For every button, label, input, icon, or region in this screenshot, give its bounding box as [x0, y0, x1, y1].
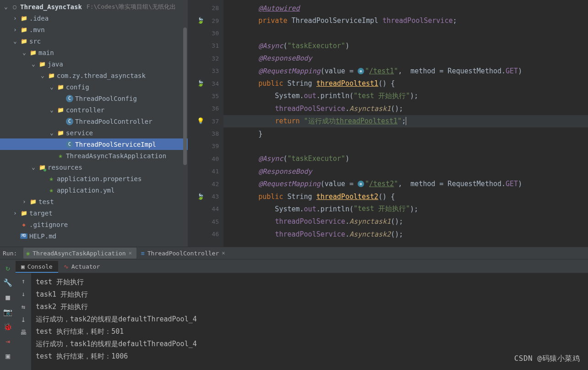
tree-item[interactable]: ❀application.yml	[0, 184, 188, 196]
down-button[interactable]: ↓	[19, 290, 27, 298]
chevron-down-icon[interactable]: ⌄	[12, 38, 18, 44]
gutter-row[interactable]: 🍃43	[188, 190, 223, 203]
tree-item[interactable]: ›📁.idea	[0, 12, 188, 24]
chevron-down-icon[interactable]: ⌄	[49, 83, 55, 90]
gutter-row[interactable]: 35	[188, 90, 223, 102]
chevron-down-icon[interactable]: ⌄	[49, 129, 55, 136]
gutter-row[interactable]: 42	[188, 177, 223, 190]
chevron-down-icon[interactable]: ⌄	[30, 61, 37, 67]
tree-item[interactable]: MDHELP.md	[0, 230, 188, 242]
chevron-right-icon[interactable]: ›	[12, 26, 18, 33]
run-gutter-icon[interactable]: 🍃	[197, 80, 204, 87]
tree-item[interactable]: ⌄📁resources	[0, 161, 188, 173]
run-gutter-icon[interactable]: 🍃	[197, 193, 204, 200]
run-config-tab[interactable]: ❀ThreadAsyncTaskApplication×	[23, 248, 136, 259]
wrench-button[interactable]: 🔧	[3, 278, 12, 287]
code-line[interactable]: public String threadPooltest2() {	[223, 190, 588, 203]
chevron-down-icon[interactable]: ⌄	[21, 49, 27, 56]
gutter-row[interactable]: 38	[188, 127, 223, 140]
tree-item[interactable]: CThreadPoolServiceImpl	[0, 138, 188, 150]
code-line[interactable]: @ResponseBody	[223, 165, 588, 177]
gutter-row[interactable]: 28	[188, 2, 223, 14]
tree-item[interactable]: ›📁target	[0, 207, 188, 219]
gutter-row[interactable]: 33	[188, 65, 223, 77]
run-gutter-icon[interactable]: 🍃	[197, 17, 204, 24]
tree-scrollbar[interactable]	[182, 28, 188, 247]
debug-button[interactable]: 🐞	[3, 322, 12, 331]
intention-bulb-icon[interactable]: 💡	[197, 117, 204, 125]
code-line[interactable]: public String threadPooltest1() {	[223, 77, 588, 89]
gutter-row[interactable]: 44	[188, 203, 223, 215]
gutter-row[interactable]: 🍃29	[188, 14, 223, 27]
tree-item[interactable]: ⌄📁service	[0, 127, 188, 138]
code-line[interactable]: @Autowired	[223, 2, 588, 14]
close-icon[interactable]: ×	[129, 250, 132, 256]
code-line[interactable]: private ThreadPoolServiceImpl threadPool…	[223, 14, 588, 27]
tree-item[interactable]: ⌄📁src	[0, 35, 188, 47]
editor-area[interactable]: 28🍃2930313233🍃343536💡373839404142🍃434445…	[188, 0, 588, 247]
chevron-down-icon[interactable]: ⌄	[49, 106, 55, 113]
run-config-tab[interactable]: ≡ThreadPoolController×	[138, 248, 230, 259]
code-line[interactable]: @ResponseBody	[223, 52, 588, 65]
chevron-right-icon[interactable]: ›	[12, 210, 18, 216]
tree-item[interactable]: ❀application.properties	[0, 173, 188, 184]
gutter-row[interactable]: 40	[188, 153, 223, 165]
code-line[interactable]: return "运行成功threadPooltest1";	[223, 115, 588, 127]
print-button[interactable]: 🖶	[19, 328, 27, 337]
code-line[interactable]: @Async("taskExecutor")	[223, 39, 588, 52]
gutter-row[interactable]: 46	[188, 228, 223, 240]
gutter-row[interactable]: 36	[188, 102, 223, 115]
tree-item[interactable]: ❀ThreadAsyncTaskApplication	[0, 150, 188, 161]
chevron-down-icon[interactable]: ⌄	[30, 164, 37, 171]
code-content[interactable]: @Autowired private ThreadPoolServiceImpl…	[223, 0, 588, 247]
scroll-to-end-button[interactable]: ⤓	[19, 315, 27, 324]
code-line[interactable]: @RequestMapping(value = ⊕"/test1", metho…	[223, 65, 588, 77]
gutter-row[interactable]: 32	[188, 52, 223, 65]
gutter-row[interactable]: 39	[188, 140, 223, 152]
code-line[interactable]: threadPoolService.Asynctask1();	[223, 102, 588, 115]
camera-button[interactable]: 📷	[3, 307, 12, 316]
chevron-right-icon[interactable]: ›	[21, 198, 27, 205]
code-line[interactable]	[223, 27, 588, 39]
tree-item[interactable]: ◆.gitignore	[0, 219, 188, 230]
console-tab[interactable]: ∿Actuator	[58, 261, 106, 273]
code-line[interactable]	[223, 140, 588, 152]
gutter-row[interactable]: 31	[188, 39, 223, 52]
code-line[interactable]: System.out.println("test 开始执行");	[223, 203, 588, 215]
web-icon[interactable]: ⊕	[358, 68, 364, 74]
tree-item[interactable]: ›📁.mvn	[0, 24, 188, 35]
chevron-down-icon[interactable]: ⌄	[39, 72, 46, 79]
exit-button[interactable]: ⇥	[3, 337, 12, 346]
tree-item[interactable]: CThreadPoolController	[0, 116, 188, 127]
code-line[interactable]: threadPoolService.Asynctask1();	[223, 215, 588, 228]
web-icon[interactable]: ⊕	[358, 181, 364, 187]
code-line[interactable]: }	[223, 127, 588, 140]
tree-item[interactable]: ›📁test	[0, 196, 188, 207]
editor-gutter[interactable]: 28🍃2930313233🍃343536💡373839404142🍃434445…	[188, 0, 223, 247]
gutter-row[interactable]: 45	[188, 215, 223, 228]
gutter-row[interactable]: 🍃34	[188, 77, 223, 89]
rerun-button[interactable]: ↻	[3, 263, 12, 272]
up-button[interactable]: ↑	[19, 277, 27, 285]
gutter-row[interactable]: 41	[188, 165, 223, 177]
tree-root[interactable]: ⌄▢Thread_AsyncTaskF:\Codes\唯实项目组\无纸化出	[0, 1, 188, 12]
stop-button[interactable]: ■	[3, 293, 12, 302]
softwrap-button[interactable]: ⇆	[19, 303, 27, 311]
code-line[interactable]: @Async("taskExecutor")	[223, 153, 588, 165]
tree-item[interactable]: ⌄📁com.zy.thread_asynctask	[0, 70, 188, 81]
code-line[interactable]: threadPoolService.Asynctask2();	[223, 228, 588, 240]
close-icon[interactable]: ×	[222, 250, 225, 256]
gutter-row[interactable]: 💡37	[188, 115, 223, 127]
layout-button[interactable]: ▣	[3, 351, 12, 360]
tree-item[interactable]: ⌄📁config	[0, 81, 188, 93]
chevron-down-icon[interactable]: ⌄	[3, 3, 9, 10]
tree-item[interactable]: ⌄📁main	[0, 47, 188, 58]
code-line[interactable]: System.out.println("test 开始执行");	[223, 90, 588, 102]
tree-item[interactable]: ⌄📁java	[0, 58, 188, 70]
tree-item[interactable]: CThreadPoolConfig	[0, 93, 188, 104]
console-output[interactable]: test 开始执行task1 开始执行task2 开始执行运行成功，task2的…	[31, 273, 588, 370]
gutter-row[interactable]: 30	[188, 27, 223, 39]
tree-item[interactable]: ⌄📁controller	[0, 104, 188, 116]
chevron-right-icon[interactable]: ›	[12, 15, 18, 22]
code-line[interactable]: @RequestMapping(value = ⊕"/test2", metho…	[223, 177, 588, 190]
